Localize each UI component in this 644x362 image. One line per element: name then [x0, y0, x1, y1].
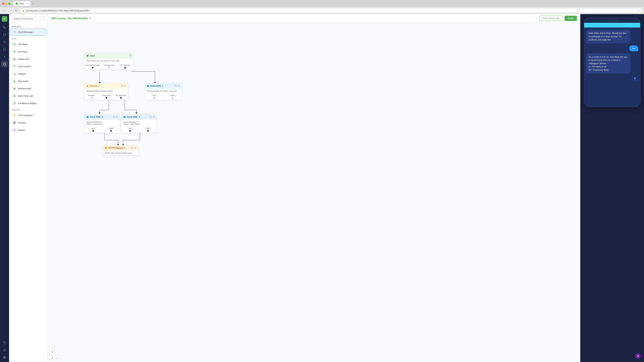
port-sms-1-sent[interactable]: Sent — [145, 93, 164, 100]
top-bar-actions: COPY PHLO URL SAVE — [539, 16, 577, 21]
branch-1-ports: No Match Subscribed Not Interested — [84, 93, 128, 100]
port-incoming-message[interactable]: Incoming Message — [84, 63, 101, 69]
component-multi-party-call[interactable]: Multi-Party Call — [10, 92, 46, 99]
multi-party-call-icon — [12, 94, 16, 98]
node-branch-1[interactable]: Branch_1 ⓘ ✕ Evaluate {{Start.message.ms… — [84, 83, 128, 100]
browser-tab[interactable]: Plivo ✕ — [13, 1, 30, 6]
component-get-input[interactable]: Get Input — [10, 48, 46, 55]
branch-label: Branch — [18, 129, 25, 131]
http-request-1-info-icon[interactable]: ⓘ — [131, 146, 133, 149]
address-bar[interactable]: 🔒 console.plivo.com/phlo/963533af-7955-4… — [20, 8, 642, 13]
nav-right-2-button[interactable]: › — [55, 356, 59, 360]
send-sms-3-close-icon[interactable]: ✕ — [116, 115, 118, 118]
send-sms-1-ports: Sent Failed — [145, 93, 182, 100]
back-button[interactable]: ← — [2, 9, 7, 12]
sidebar-item-add[interactable] — [1, 54, 8, 60]
component-send-message[interactable]: ✉ Send Message — [10, 28, 46, 36]
nav-left-2-button[interactable]: ‹ — [48, 356, 50, 360]
component-conference-bridge[interactable]: 🔗 Conference Bridge — [10, 100, 46, 107]
new-tab-button[interactable]: + — [32, 2, 34, 5]
component-counter[interactable]: 🔢 Counter — [10, 119, 46, 126]
component-record-audio[interactable]: ⏺ Record Audio — [10, 85, 46, 92]
chat-message-1-text: Hello Mike, this is Plivo. Would you lik… — [588, 32, 626, 41]
dot-green[interactable] — [8, 2, 10, 5]
copy-url-button[interactable]: COPY PHLO URL — [539, 16, 563, 21]
sidebar-item-messages[interactable] — [1, 31, 8, 38]
notification-badge[interactable]: 4 — [635, 353, 641, 359]
port-sms-3-failed[interactable]: Failed — [102, 126, 120, 133]
port-sms-2-failed-dot — [147, 130, 149, 132]
browser-titlebar: Plivo ✕ + — [0, 0, 644, 7]
port-sms-2-failed[interactable]: Failed — [139, 126, 157, 133]
send-sms-2-description: Send message To: {{Start...sage.from}} — [124, 121, 140, 125]
sidebar-item-search[interactable] — [1, 39, 8, 45]
record-audio-label: Record Audio — [18, 87, 31, 90]
branch-1-info-icon[interactable]: ⓘ — [121, 84, 123, 87]
sidebar-item-flow[interactable] — [1, 61, 8, 67]
save-button[interactable]: SAVE — [564, 16, 577, 21]
send-sms-2-info-icon[interactable]: ⓘ — [150, 115, 152, 118]
port-no-match-dot — [91, 97, 92, 99]
browser-chrome: Plivo ✕ + ← → ↻ 🔒 console.plivo.com/phlo… — [0, 0, 644, 14]
component-branch[interactable]: ⑃ Branch — [10, 126, 46, 134]
port-not-interested[interactable]: Not Interested — [114, 93, 128, 100]
flow-connectors — [48, 23, 580, 362]
edit-title-icon[interactable]: ✏ — [89, 17, 91, 20]
component-ivr-menu[interactable]: IVR Menu — [10, 41, 46, 48]
branch-1-header: Branch_1 ⓘ ✕ — [84, 83, 128, 89]
component-panel: Messaging ✉ Send Message Voice IVR Menu … — [9, 14, 48, 362]
component-hangup[interactable]: Hangup — [10, 70, 46, 77]
port-sms-1-failed[interactable]: Failed — [164, 93, 182, 100]
port-incoming-call[interactable]: Incoming Call — [101, 63, 117, 69]
node-start[interactable]: Start ⓘ PHLO Execution will start from t… — [84, 53, 133, 69]
bookmark-icon[interactable]: ☆ — [637, 9, 640, 12]
forward-button[interactable]: → — [8, 9, 13, 12]
svg-rect-10 — [14, 43, 16, 45]
port-sms-3-sent[interactable]: Sent — [84, 126, 102, 133]
send-sms-3-info-icon[interactable]: ⓘ — [113, 115, 115, 118]
sidebar-item-notification[interactable] — [1, 347, 8, 353]
component-http-request[interactable]: ⚡ HTTP Request — [10, 112, 46, 119]
http-request-1-close-icon[interactable]: ✕ — [134, 146, 136, 149]
dot-yellow[interactable] — [5, 2, 8, 5]
tab-close-button[interactable]: ✕ — [26, 2, 28, 5]
branch-1-close-icon[interactable]: ✕ — [124, 84, 126, 87]
ivr-menu-label: IVR Menu — [18, 43, 28, 45]
send-sms-1-info-icon[interactable]: ⓘ — [175, 84, 177, 87]
port-sms-2-sent[interactable]: Sent — [122, 126, 139, 133]
app-container: P Messaging — [0, 14, 644, 362]
node-send-sms-3[interactable]: Send SMS_3 ⓘ ✕ Send message To: {{Start.… — [84, 114, 120, 133]
component-call-forward[interactable]: Call Forward — [10, 63, 46, 70]
phlo-title: SMS survey_5bc388ddea4dd ✏ — [51, 17, 91, 20]
send-sms-1-close-icon[interactable]: ✕ — [178, 84, 180, 87]
branch-1-status-dot — [86, 85, 88, 87]
chat-message-1: Hello Mike, this is Plivo. Would you lik… — [586, 29, 630, 43]
send-sms-1-header: Send SMS_1 ⓘ ✕ — [145, 83, 182, 89]
sidebar-item-globe[interactable] — [1, 354, 8, 361]
search-input[interactable] — [11, 16, 46, 21]
sidebar-item-help[interactable] — [1, 340, 8, 346]
chat-container: Hello Mike, this is Plivo. Would you lik… — [584, 27, 640, 83]
flow-canvas[interactable]: Start ⓘ PHLO Execution will start from t… — [48, 23, 580, 362]
component-play-audio[interactable]: ▶ Play Audio — [10, 78, 46, 85]
functions-group-label: Functions — [9, 107, 48, 112]
nav-up-button[interactable]: ‹ — [52, 344, 57, 349]
port-api-request[interactable]: API Request — [117, 63, 133, 69]
refresh-button[interactable]: ↻ — [14, 9, 18, 12]
port-incoming-message-dot — [92, 67, 94, 68]
sidebar-item-sms[interactable] — [1, 46, 8, 53]
play-audio-label: Play Audio — [18, 80, 28, 82]
port-subscribed[interactable]: Subscribed — [99, 93, 114, 100]
node-send-sms-2[interactable]: Send SMS_2 ⓘ ✕ Send message To: {{Start.… — [122, 114, 157, 133]
node-http-request-1[interactable]: HTTP Request_1 ⓘ ✕ POST https://www.exam… — [103, 145, 138, 155]
sidebar-item-phone[interactable] — [1, 24, 8, 30]
port-no-match[interactable]: No Match — [84, 93, 99, 100]
zoom-down-button[interactable]: ∨ — [50, 356, 55, 360]
send-sms-2-close-icon[interactable]: ✕ — [152, 115, 155, 118]
component-initiate-call[interactable]: Initiate Call — [10, 55, 46, 62]
sidebar-logo[interactable]: P — [2, 16, 8, 22]
dot-red[interactable] — [2, 2, 4, 5]
start-info-icon[interactable]: ⓘ — [129, 54, 131, 57]
zoom-up-button[interactable]: ∧ — [50, 350, 55, 354]
node-send-sms-1[interactable]: Send SMS_1 ⓘ ✕ Send message To: {{Start.… — [145, 83, 182, 100]
